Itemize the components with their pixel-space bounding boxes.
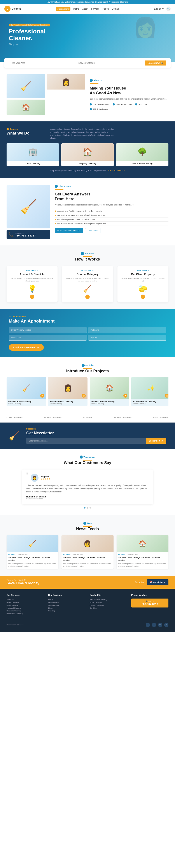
testimonial-text: "Cleanee has performed exceptionally wel… <box>26 484 149 493</box>
faq-primary-btn[interactable]: Make Full Site Information <box>55 228 83 233</box>
nav-contact[interactable]: Contact <box>112 8 119 10</box>
footer-link-0-5[interactable]: Restaurant Cleaning <box>6 613 44 615</box>
footer-link-0-1[interactable]: Home Cleaning <box>6 601 44 603</box>
projects-badge: Portfolio <box>6 364 169 367</box>
faq-item-text-2: Our client operations team on call 24 ho… <box>57 218 95 221</box>
about-images: 🧹 👩 🏠 <box>6 74 85 115</box>
appt-field-2[interactable] <box>9 335 86 341</box>
search-icon[interactable]: 🔍 <box>166 6 171 11</box>
language-selector[interactable]: English ▼ <box>154 8 164 10</box>
project-img-1: 👩 <box>48 377 88 399</box>
footer-link-2-0[interactable]: Park & Road Cleaning <box>90 598 127 600</box>
news-card-2[interactable]: 🏠 Dr. Admin 15th March 2023 Superior Cle… <box>117 535 169 569</box>
project-badge-1: ★ <box>82 394 86 398</box>
projects-section: Portfolio Introduce Our Projects 🧹 ★ Ram… <box>0 357 175 413</box>
how-step-desc-0: Create an account and check in to get st… <box>10 277 54 282</box>
how-step-icon-0: 💡 <box>10 284 54 293</box>
nav-services[interactable]: Services <box>91 8 99 10</box>
service-card-0[interactable]: 🏢 Office Cleaning <box>6 143 59 166</box>
twitter-icon[interactable]: t <box>152 623 156 627</box>
services-link-cta[interactable]: Click to Appointment <box>107 169 125 172</box>
footer-link-1-0[interactable]: Pricing <box>48 598 85 600</box>
search-btn-icon: 🔍 <box>160 62 163 64</box>
appt-form: Confirm Appointment → <box>9 327 166 351</box>
footer-link-0-4[interactable]: Domestic Cleaning <box>6 610 44 612</box>
nav-home[interactable]: Home <box>74 8 79 10</box>
about-img-3: 🏠 <box>6 100 45 115</box>
nav-about[interactable]: About <box>82 8 88 10</box>
top-bar: Now Hiring! Are you a cleaner and intere… <box>0 0 175 4</box>
cta-learn-link[interactable]: Get to link <box>135 581 144 583</box>
footer-link-0-0[interactable]: About Us <box>6 598 44 600</box>
faq-dot-2 <box>55 219 56 220</box>
newsletter-email-input[interactable] <box>26 438 146 444</box>
location-input[interactable] <box>9 61 75 65</box>
services-badge: Services <box>6 128 46 130</box>
footer-link-1-4[interactable]: Tracking <box>48 610 85 612</box>
appt-row-1 <box>9 327 166 333</box>
footer-link-0-3[interactable]: Industrial Cleaning <box>6 607 44 609</box>
nav-pages[interactable]: Pages <box>103 8 109 10</box>
appt-title: Make An Appointment <box>9 319 166 323</box>
footer-link-2-3[interactable]: Our Blog <box>90 607 127 609</box>
newsletter-submit-btn[interactable]: Subscribe Now <box>146 438 166 444</box>
hero-shop-link[interactable]: Shop → <box>9 43 166 45</box>
news-card-1[interactable]: 👩 Dr. Admin 15th March 2023 Superior Cle… <box>61 535 113 569</box>
appt-field-1[interactable] <box>89 327 166 333</box>
appt-field-0[interactable] <box>9 327 86 333</box>
project-card-0[interactable]: 🧹 ★ Ramada House Cleaning House Cleaning <box>6 377 46 406</box>
project-card-3[interactable]: ✨ ★ Ramada House Cleaning House Cleaning <box>131 377 169 406</box>
project-emoji-3: ✨ <box>147 384 155 392</box>
facebook-icon[interactable]: f <box>146 623 150 627</box>
nav-appointment[interactable]: Appointment <box>56 8 70 10</box>
footer-link-1-2[interactable]: Privacy Policy <box>48 604 85 606</box>
project-sub-2: House Cleaning <box>92 403 127 405</box>
feature-3-label: Client Proper <box>138 103 148 105</box>
how-step-badge-1: → <box>85 294 90 299</box>
news-emoji-1: 👩 <box>83 540 91 547</box>
hero-badge: Get Amazing Home & Suite Cleaning Experi… <box>9 24 50 26</box>
testimonial-dot-0[interactable] <box>84 507 85 508</box>
footer-phone-box[interactable]: 📞 Call Us 800-567-8910 <box>131 598 169 608</box>
project-img-0: 🧹 <box>6 377 46 399</box>
feature-2: Office All types Clean <box>112 103 132 105</box>
instagram-icon[interactable]: in <box>158 623 162 627</box>
how-badge-icon <box>81 252 84 255</box>
footer-link-0-2[interactable]: Office Cleaning <box>6 604 44 606</box>
footer-col-1: Our Services Pricing Refund Policy Priva… <box>48 594 85 616</box>
service-card-2[interactable]: 🌳 Park & Road Cleaning <box>116 143 169 166</box>
news-card-0[interactable]: 🧹 Dr. Admin 15th March 2023 Superior Cle… <box>6 535 58 569</box>
project-card-2[interactable]: 🏠 ★ Ramada House Cleaning House Cleaning <box>90 377 129 406</box>
category-input[interactable] <box>77 61 143 65</box>
appt-submit-btn[interactable]: Confirm Appointment → <box>9 344 44 351</box>
appt-field-3[interactable] <box>89 335 166 341</box>
news-badge-text: Blog <box>87 522 92 524</box>
footer-link-1-3[interactable]: Blogs <box>48 607 85 609</box>
cta-appt-btn[interactable]: 📅 Appointment <box>147 579 169 585</box>
news-grid: 🧹 Dr. Admin 15th March 2023 Superior Cle… <box>6 535 169 569</box>
faq-secondary-btn[interactable]: Contact Us <box>85 228 101 233</box>
services-right: Cleanee champions professionalism in the… <box>50 128 169 140</box>
service-card-1[interactable]: 🏠 Property Cleaning <box>61 143 114 166</box>
testimonial-dot-1[interactable] <box>87 507 88 508</box>
project-card-1[interactable]: 👩 ★ Ramada House Cleaning House Cleaning <box>48 377 88 406</box>
testimonial-username: jorgson <box>41 475 51 478</box>
testimonials-badge-text: Testimonials <box>83 456 95 458</box>
how-steps: Work 1 First → Account & Check In Create… <box>6 266 169 303</box>
footer-link-2-2[interactable]: Property Cleaning <box>90 604 127 606</box>
how-step-num-1: Work 2 Next → <box>66 270 109 272</box>
faq-badge-icon <box>55 185 58 188</box>
linkedin-icon[interactable]: li <box>164 623 169 627</box>
how-step-num-2: Work 3 Last → <box>121 270 165 272</box>
logo-text: Cleanee <box>12 7 21 10</box>
logo[interactable]: C Cleanee <box>4 6 21 12</box>
search-button[interactable]: Search Now 🔍 <box>145 61 166 65</box>
testimonial-dot-2[interactable] <box>90 507 91 508</box>
news-meta-1: Dr. Admin 15th March 2023 <box>63 554 111 556</box>
footer-link-2-1[interactable]: Home Cleaning <box>90 601 127 603</box>
project-badge-3: ★ <box>165 394 169 398</box>
footer-link-1-1[interactable]: Refund Policy <box>48 601 85 603</box>
service-img-0: 🏢 <box>6 143 59 161</box>
how-badge-text: 3 Process <box>85 252 94 255</box>
feature-icon-4 <box>90 108 92 110</box>
